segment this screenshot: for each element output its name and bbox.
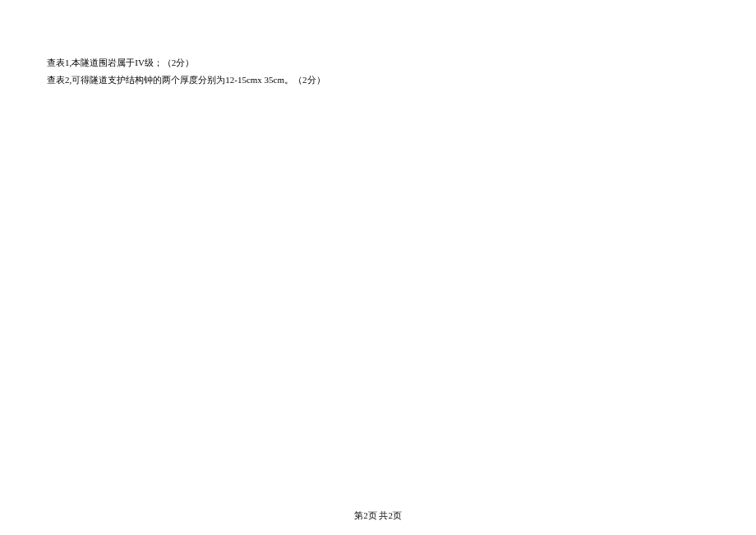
content-line-1: 查表1,本隧道围岩属于IV级；（2分） [47,54,709,71]
content-line-2: 查表2,可得隧道支护结构钟的两个厚度分别为12-15cmx 35cm。（2分） [47,71,709,89]
document-content: 查表1,本隧道围岩属于IV级；（2分） 查表2,可得隧道支护结构钟的两个厚度分别… [47,54,709,89]
pagination-text: 第2页 共2页 [354,510,402,520]
page-footer: 第2页 共2页 [0,510,756,522]
